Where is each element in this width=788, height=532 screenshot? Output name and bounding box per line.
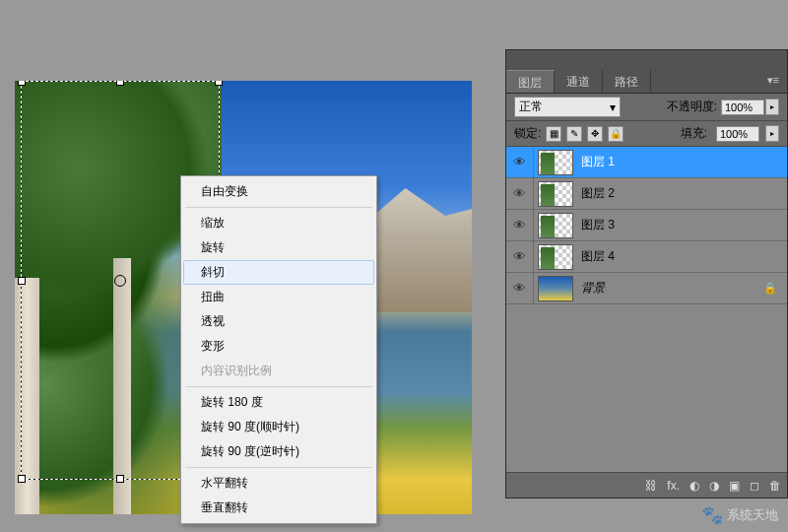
menu-skew[interactable]: 斜切 — [183, 260, 374, 285]
blend-opacity-row: 正常 ▾ 不透明度: 100% ▸ — [506, 94, 787, 121]
adjustment-layer-icon[interactable]: ◑ — [709, 479, 719, 493]
visibility-toggle-icon[interactable]: 👁 — [506, 273, 534, 303]
layer-thumbnail[interactable] — [538, 213, 573, 238]
new-group-icon[interactable]: ▣ — [729, 479, 740, 493]
lock-position-icon[interactable]: ✥ — [587, 126, 603, 142]
layer-row-background[interactable]: 👁 背景 🔒 — [506, 273, 787, 304]
menu-perspective[interactable]: 透视 — [183, 309, 374, 334]
link-layers-icon[interactable]: ⛓ — [645, 479, 657, 493]
layers-empty-area[interactable] — [506, 304, 787, 472]
visibility-toggle-icon[interactable]: 👁 — [506, 147, 534, 177]
panel-menu-icon[interactable]: ▾≡ — [759, 70, 787, 93]
layers-panel: 图层 通道 路径 ▾≡ 正常 ▾ 不透明度: 100% ▸ 锁定: ▦ ✎ ✥ … — [505, 49, 788, 499]
layer-name[interactable]: 背景 — [581, 280, 605, 297]
lock-all-icon[interactable]: 🔒 — [608, 126, 624, 142]
lock-pixels-icon[interactable]: ✎ — [566, 126, 582, 142]
layer-row[interactable]: 👁 图层 3 — [506, 210, 787, 241]
menu-rotate-90-cw[interactable]: 旋转 90 度(顺时针) — [183, 415, 374, 439]
new-layer-icon[interactable]: ◻ — [750, 479, 759, 493]
layer-thumbnail[interactable] — [538, 181, 573, 207]
menu-flip-horizontal[interactable]: 水平翻转 — [183, 471, 374, 496]
handle-top-center[interactable] — [116, 81, 124, 86]
layer-name[interactable]: 图层 3 — [581, 217, 615, 233]
tab-layers[interactable]: 图层 — [506, 70, 555, 93]
opacity-slider-icon[interactable]: ▸ — [765, 99, 779, 115]
handle-bottom-left[interactable] — [18, 475, 26, 483]
opacity-input[interactable]: 100% — [721, 100, 764, 115]
layer-mask-icon[interactable]: ◐ — [690, 479, 699, 493]
lock-icon: 🔒 — [763, 282, 777, 295]
fill-input[interactable]: 100% — [716, 126, 759, 142]
visibility-toggle-icon[interactable]: 👁 — [506, 241, 534, 272]
delete-layer-icon[interactable]: 🗑 — [769, 479, 781, 493]
panel-tabs: 图层 通道 路径 ▾≡ — [506, 70, 787, 94]
layer-row[interactable]: 👁 图层 2 — [506, 178, 787, 210]
layer-thumbnail[interactable] — [538, 276, 573, 301]
layer-name[interactable]: 图层 4 — [581, 248, 615, 265]
menu-rotate[interactable]: 旋转 — [183, 235, 374, 260]
menu-rotate-180[interactable]: 旋转 180 度 — [183, 390, 374, 415]
dropdown-icon: ▾ — [610, 100, 616, 114]
menu-separator — [185, 386, 372, 387]
handle-top-left[interactable] — [18, 81, 26, 86]
menu-scale[interactable]: 缩放 — [183, 211, 374, 235]
menu-warp[interactable]: 变形 — [183, 334, 374, 359]
layer-style-icon[interactable]: fx. — [667, 479, 680, 493]
layer-name[interactable]: 图层 1 — [581, 154, 615, 170]
lock-transparency-icon[interactable]: ▦ — [546, 126, 561, 142]
visibility-toggle-icon[interactable]: 👁 — [506, 178, 534, 209]
watermark: 🐾 系统天地 — [701, 504, 778, 526]
layer-thumbnail[interactable] — [538, 150, 573, 175]
layers-list: 👁 图层 1 👁 图层 2 👁 图层 3 👁 图层 4 👁 背景 🔒 — [506, 147, 787, 304]
menu-rotate-90-ccw[interactable]: 旋转 90 度(逆时针) — [183, 439, 374, 464]
fill-slider-icon[interactable]: ▸ — [765, 125, 779, 142]
fill-label: 填充: — [681, 125, 707, 142]
opacity-label: 不透明度: — [667, 99, 717, 115]
menu-separator — [185, 467, 372, 468]
blend-mode-value: 正常 — [519, 99, 543, 115]
lock-label: 锁定: — [514, 125, 541, 142]
watermark-text: 系统天地 — [727, 506, 778, 524]
layer-row[interactable]: 👁 图层 1 — [506, 147, 787, 178]
blend-mode-select[interactable]: 正常 ▾ — [514, 97, 621, 117]
handle-center[interactable] — [114, 275, 126, 287]
visibility-toggle-icon[interactable]: 👁 — [506, 210, 534, 240]
menu-flip-vertical[interactable]: 垂直翻转 — [183, 496, 374, 520]
tab-channels[interactable]: 通道 — [555, 70, 603, 93]
menu-content-aware-scale: 内容识别比例 — [183, 359, 374, 383]
handle-bottom-center[interactable] — [116, 475, 124, 483]
handle-top-right[interactable] — [215, 81, 223, 86]
layer-name[interactable]: 图层 2 — [581, 185, 615, 202]
handle-middle-left[interactable] — [18, 277, 26, 285]
lock-fill-row: 锁定: ▦ ✎ ✥ 🔒 填充: 100% ▸ — [506, 121, 787, 147]
transform-context-menu: 自由变换 缩放 旋转 斜切 扭曲 透视 变形 内容识别比例 旋转 180 度 旋… — [180, 175, 377, 524]
menu-separator — [185, 207, 372, 208]
tab-paths[interactable]: 路径 — [603, 70, 651, 93]
layer-thumbnail[interactable] — [538, 244, 573, 270]
layer-row[interactable]: 👁 图层 4 — [506, 241, 787, 273]
menu-free-transform[interactable]: 自由变换 — [183, 179, 374, 204]
paw-icon: 🐾 — [701, 504, 723, 526]
layers-panel-footer: ⛓ fx. ◐ ◑ ▣ ◻ 🗑 — [506, 472, 787, 498]
menu-distort[interactable]: 扭曲 — [183, 285, 374, 309]
